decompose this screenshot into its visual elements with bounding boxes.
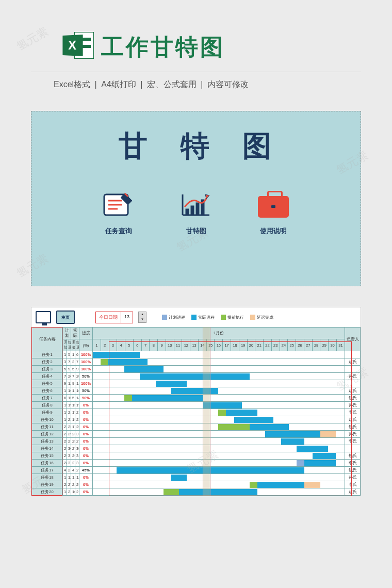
th-day: 14 <box>198 339 206 351</box>
gantt-bar <box>101 359 108 365</box>
feature-item: 内容可修改 <box>207 80 249 89</box>
date-spinner[interactable]: ▲ ▼ <box>138 312 146 323</box>
cell-bars <box>93 416 345 423</box>
feature-item: Excel格式 <box>54 80 90 89</box>
home-button[interactable]: 主页 <box>56 311 75 324</box>
nav-instructions[interactable]: 使用说明 <box>255 189 291 236</box>
cell-progress: 0% <box>79 481 93 488</box>
th-day: 13 <box>190 339 199 351</box>
cell-actual-end: 9 <box>75 366 79 373</box>
monitor-icon <box>36 311 51 323</box>
cell-actual-start: 17 <box>71 423 75 431</box>
gantt-bar <box>250 482 257 488</box>
cover-title: 甘 特 图 <box>42 127 361 166</box>
cell-progress: 0% <box>79 431 93 438</box>
gantt-bar <box>93 352 140 358</box>
table-row: 任务61116111650%赵氏 <box>32 387 361 395</box>
page-title: 工作甘特图 <box>101 32 225 62</box>
cell-plan-start: 25 <box>63 438 67 445</box>
cell-plan-end: 7 <box>67 358 71 366</box>
gantt-bar <box>320 431 336 437</box>
cell-plan-end: 30 <box>67 445 71 452</box>
table-row: 任务12232923310%孙氏 <box>32 431 361 438</box>
cell-bars <box>93 452 345 460</box>
cell-owner: 李氏 <box>345 438 361 445</box>
cell-plan-start: 3 <box>63 358 67 366</box>
cell-task: 任务4 <box>32 373 63 380</box>
cell-actual-end: 31 <box>75 452 79 460</box>
cell-plan-end: 21 <box>67 488 71 496</box>
spinner-down-icon[interactable]: ▼ <box>139 317 146 322</box>
cell-actual-start: 21 <box>71 481 75 488</box>
table-row: 任务9172117210%李氏 <box>32 409 361 416</box>
cell-task: 任务18 <box>32 474 63 481</box>
table-row: 任务13252725270%李氏 <box>32 438 361 445</box>
th-day: 12 <box>182 339 190 351</box>
cell-plan-start: 6 <box>63 395 67 402</box>
cell-progress: 100% <box>79 358 93 366</box>
cell-plan-end: 27 <box>67 438 71 445</box>
cell-bars <box>93 402 345 409</box>
cell-plan-end: 23 <box>67 416 71 423</box>
th-day: 29 <box>320 339 329 351</box>
gantt-bar <box>313 453 336 459</box>
nav-gantt[interactable]: 甘特图 <box>178 189 214 236</box>
cell-actual-end: 27 <box>75 467 79 474</box>
cell-actual-start: 15 <box>71 402 75 409</box>
cell-owner: 赵氏 <box>345 358 361 366</box>
cell-owner: 孙氏 <box>345 431 361 438</box>
cell-bars <box>93 395 345 402</box>
th-owner: 负责人 <box>345 328 361 351</box>
cell-progress: 0% <box>79 438 93 445</box>
th-day: 21 <box>255 339 264 351</box>
table-row: 任务5912912100% <box>32 380 361 387</box>
th-start: 开始 <box>63 339 67 351</box>
cell-owner <box>345 366 361 373</box>
cell-bars <box>93 474 345 481</box>
th-day: 27 <box>304 339 312 351</box>
th-task: 任务内容 <box>32 328 63 351</box>
cell-actual-end: 31 <box>75 460 79 467</box>
cell-actual-end: 23 <box>75 416 79 423</box>
cell-plan-start: 28 <box>63 460 67 467</box>
th-day: 31 <box>336 339 345 351</box>
cell-plan-start: 21 <box>63 423 67 431</box>
briefcase-icon <box>258 196 289 218</box>
table-row: 任务23727100%赵氏 <box>32 358 361 366</box>
svg-rect-6 <box>186 209 189 215</box>
table-row: 任务1742742745%钱氏 <box>32 467 361 474</box>
cell-actual-start: 2 <box>71 358 75 366</box>
cell-bars <box>93 387 345 395</box>
th-day: 25 <box>288 339 296 351</box>
cell-progress: 100% <box>79 380 93 387</box>
cell-bars <box>93 460 345 467</box>
cell-plan-end: 31 <box>67 460 71 467</box>
cell-actual-end: 16 <box>75 387 79 395</box>
nav-task-query[interactable]: 任务查询 <box>101 189 137 236</box>
cell-actual-end: 21 <box>75 488 79 496</box>
gantt-bar <box>304 460 336 466</box>
cell-task: 任务6 <box>32 387 63 395</box>
cell-bars <box>93 481 345 488</box>
swatch-early <box>221 315 226 320</box>
cell-task: 任务16 <box>32 460 63 467</box>
cell-owner: 钱氏 <box>345 395 361 402</box>
cell-plan-start: 11 <box>63 387 67 395</box>
cell-plan-start: 9 <box>63 380 67 387</box>
cell-bars <box>93 488 345 496</box>
cover-panel: 甘 特 图 任务查询 <box>31 111 361 286</box>
th-day: 6 <box>133 339 141 351</box>
cell-plan-start: 27 <box>63 445 67 452</box>
gantt-bar <box>164 489 179 495</box>
th-day: 15 <box>206 339 215 351</box>
cell-task: 任务3 <box>32 366 63 373</box>
th-day: 8 <box>150 339 158 351</box>
cell-actual-start: 4 <box>71 467 75 474</box>
cell-actual-start: 5 <box>71 366 75 373</box>
table-row: 任务10192319230%赵氏 <box>32 416 361 423</box>
cell-owner <box>345 380 361 387</box>
spinner-up-icon[interactable]: ▲ <box>139 312 146 317</box>
th-day: 16 <box>215 339 223 351</box>
table-row: 任务8151915190%孙氏 <box>32 402 361 409</box>
cell-bars <box>93 351 345 358</box>
